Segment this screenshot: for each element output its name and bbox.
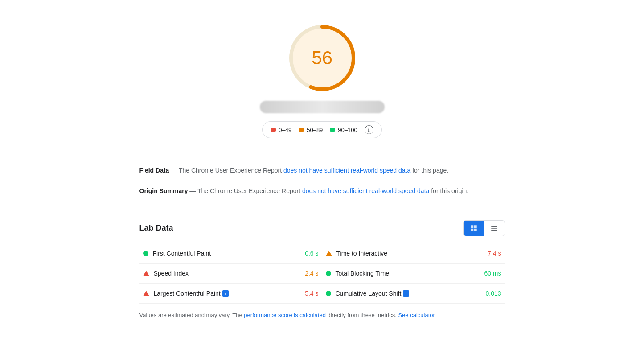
field-data-label: Field Data: [139, 167, 169, 174]
toggle-list-button[interactable]: [484, 221, 505, 236]
tti-indicator: [326, 251, 332, 256]
tbt-indicator: [326, 271, 331, 276]
legend-label-orange: 50–89: [307, 127, 323, 133]
legend-info-icon[interactable]: ℹ: [365, 125, 373, 134]
score-section: 56 0–49 50–89 90–100 ℹ: [139, 9, 505, 147]
fcp-name: First Contentful Paint: [153, 250, 287, 257]
legend-dot-green: [330, 128, 335, 132]
metric-row-si: Speed Index 2.4 s: [139, 264, 322, 284]
field-data-link[interactable]: does not have sufficient real-world spee…: [283, 167, 410, 174]
metric-row-tbt: Total Blocking Time 60 ms: [322, 264, 505, 284]
footer-text-after: directly from these metrics.: [328, 312, 398, 318]
origin-summary-text: Origin Summary — The Chrome User Experie…: [139, 186, 505, 196]
metrics-grid: First Contentful Paint 0.6 s Time to Int…: [139, 243, 505, 304]
legend-dot-orange: [299, 128, 304, 132]
score-number: 56: [312, 47, 332, 69]
list-icon: [490, 224, 498, 232]
si-indicator: [143, 271, 149, 276]
si-name: Speed Index: [154, 270, 287, 277]
si-value: 2.4 s: [292, 270, 319, 277]
footer-note: Values are estimated and may vary. The p…: [139, 311, 505, 320]
lcp-info-icon[interactable]: i: [222, 290, 229, 297]
field-data-text: Field Data — The Chrome User Experience …: [139, 165, 505, 175]
origin-summary-separator: — The Chrome User Experience Report: [189, 187, 302, 194]
section-divider: [139, 152, 505, 152]
cls-indicator: [326, 291, 331, 296]
origin-summary-block: Origin Summary — The Chrome User Experie…: [139, 186, 505, 196]
score-ring: 56: [287, 22, 358, 94]
page-container: 56 0–49 50–89 90–100 ℹ Field Data —: [122, 0, 523, 338]
lcp-name: Largest Contentful Paint i: [154, 290, 287, 297]
tbt-name: Total Blocking Time: [336, 270, 470, 277]
data-section: Field Data — The Chrome User Experience …: [139, 157, 505, 211]
legend-item-orange: 50–89: [299, 127, 323, 133]
legend-label-green: 90–100: [338, 127, 357, 133]
metric-row-lcp: Largest Contentful Paint i 5.4 s: [139, 284, 322, 304]
legend-item-green: 90–100: [330, 127, 357, 133]
lab-data-title: Lab Data: [139, 223, 173, 233]
metric-row-tti: Time to Interactive 7.4 s: [322, 243, 505, 264]
field-data-separator: — The Chrome User Experience Report: [171, 167, 283, 174]
legend-item-red: 0–49: [271, 127, 291, 133]
fcp-indicator: [143, 251, 148, 256]
legend-dot-red: [271, 128, 276, 132]
cls-value: 0.013: [475, 290, 501, 297]
fcp-value: 0.6 s: [292, 250, 319, 257]
lab-data-header: Lab Data: [139, 220, 505, 236]
grid-icon: [470, 224, 478, 232]
origin-summary-link[interactable]: does not have sufficient real-world spee…: [302, 187, 429, 194]
tti-name: Time to Interactive: [336, 250, 470, 257]
toggle-grid-button[interactable]: [464, 221, 484, 236]
lab-data-section: Lab Data First Contentful: [139, 220, 505, 320]
metric-row-fcp: First Contentful Paint 0.6 s: [139, 243, 322, 264]
cls-info-icon[interactable]: i: [403, 290, 409, 297]
origin-summary-label: Origin Summary: [139, 187, 188, 194]
url-bar: [260, 101, 385, 113]
footer-link-see-calculator[interactable]: See calculator: [398, 312, 435, 318]
legend-label-red: 0–49: [279, 127, 291, 133]
view-toggle: [463, 220, 505, 236]
footer-text-before: Values are estimated and may vary. The: [139, 312, 244, 318]
tbt-value: 60 ms: [475, 270, 501, 277]
field-data-block: Field Data — The Chrome User Experience …: [139, 165, 505, 175]
origin-summary-suffix: for this origin.: [431, 187, 468, 194]
score-legend: 0–49 50–89 90–100 ℹ: [262, 121, 381, 138]
lcp-indicator: [143, 291, 149, 296]
footer-link-calculator[interactable]: performance score is calculated: [244, 312, 326, 318]
cls-name: Cumulative Layout Shift i: [336, 290, 470, 297]
metric-row-cls: Cumulative Layout Shift i 0.013: [322, 284, 505, 304]
tti-value: 7.4 s: [475, 250, 501, 257]
field-data-suffix: for this page.: [412, 167, 448, 174]
lcp-value: 5.4 s: [292, 290, 319, 297]
